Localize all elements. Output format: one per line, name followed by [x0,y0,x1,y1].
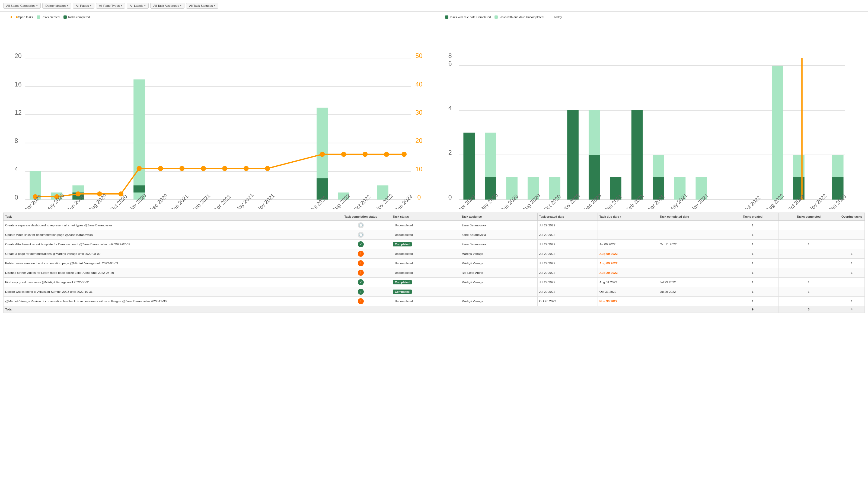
tasks-completed-cell [778,220,839,230]
created-date-cell: Jul 29 2022 [537,230,597,239]
table-row: Create a page for demonstrations @Mārtiņ… [3,249,865,258]
created-date-cell: Jul 29 2022 [537,239,597,249]
task-status-cell: Uncompleted [391,230,460,239]
svg-text:Dec 2020: Dec 2020 [148,193,169,209]
status-badge: Uncompleted [393,252,415,256]
task-status-cell: Completed [391,239,460,249]
task-name: Create a separate dashboard to represent… [3,220,331,230]
overdue-cell [839,278,865,287]
due-date-cell [597,220,658,230]
status-badge: Completed [393,290,412,294]
th-completed-date: Task completed date [658,213,727,220]
task-status-cell: Uncompleted [391,249,460,258]
tasks-completed-cell [778,249,839,258]
chart-due-date: Tasks with due date Completed Tasks with… [437,14,865,210]
assignee-cell: Mārtiņš Vanags [460,249,537,258]
svg-point-40 [320,152,325,157]
tasks-completed-cell [778,296,839,306]
task-name: Discuss further videos for Learn more pa… [3,268,331,278]
completed-date-cell: Jul 29 2022 [658,278,727,287]
svg-text:16: 16 [14,81,22,88]
legend-label: Tasks created [41,15,60,19]
tasks-completed-cell: 1 [778,287,839,296]
tasks-created-cell: 1 [727,230,779,239]
legend-label: Today [554,15,562,19]
svg-rect-23 [133,186,145,193]
alert-icon: ! [358,260,364,266]
status-badge: Uncompleted [393,299,415,303]
due-date-value: Jul 09 2022 [599,242,616,246]
svg-text:6: 6 [448,60,452,67]
legend-due-uncompleted: Tasks with due date Uncompleted [495,15,543,19]
completed-date-cell [658,296,727,306]
filter-demonstration[interactable]: Demonstration ▾ [42,3,71,9]
completed-date-cell [658,268,727,278]
task-name: Update video links for documentation pag… [3,230,331,239]
svg-point-38 [244,166,249,171]
th-assignee: Task assignee [460,213,537,220]
completed-date-cell: Oct 11 2022 [658,239,727,249]
status-badge: Uncompleted [393,270,415,275]
due-date-overdue: Nov 30 2022 [599,300,618,303]
filter-label: All Space Categories [6,4,35,7]
overdue-cell [839,287,865,296]
svg-point-35 [180,166,185,171]
task-name: Decide who is going to Atlassian Summit … [3,287,331,296]
assignee-cell: Mārtiņš Vanags [460,296,537,306]
filter-label: All Task Assignees [153,4,179,7]
svg-text:Nov 2022: Nov 2022 [807,193,828,209]
created-date-cell: Jul 29 2022 [537,258,597,268]
created-date-cell: Jul 29 2022 [537,249,597,258]
table-row: Find very good use-cases @Mārtiņš Vanags… [3,278,865,287]
svg-rect-77 [567,110,579,199]
legend-tasks-completed: Tasks completed [63,15,90,19]
total-tasks-completed: 3 [778,306,839,313]
svg-text:4: 4 [448,105,452,112]
legend-label: Tasks completed [68,15,90,19]
check-icon: ✓ [358,241,364,247]
overdue-cell: 1 [839,258,865,268]
svg-text:Apr 2021: Apr 2021 [212,193,232,209]
svg-text:0: 0 [14,194,18,201]
assignee-cell: Ilze Leite-Apine [460,268,537,278]
total-overdue: 4 [839,306,865,313]
legend-label: Tasks with due date Completed [450,15,491,19]
tasks-table: Task Task completion status Task status … [3,213,865,313]
tasks-completed-cell [778,268,839,278]
filter-labels[interactable]: All Labels ▾ [127,3,149,9]
svg-point-33 [137,166,142,171]
assignee-cell: Zane Baranovska [460,220,537,230]
filter-pages[interactable]: All Pages ▾ [73,3,94,9]
overdue-cell [839,230,865,239]
assignee-cell: Zane Baranovska [460,230,537,239]
filter-page-types[interactable]: All Page Types ▾ [96,3,125,9]
svg-point-43 [384,152,389,157]
filter-task-statuses[interactable]: All Task Statuses ▾ [186,3,218,9]
svg-text:0: 0 [448,194,452,201]
th-due-date[interactable]: Task due date ↑ [597,213,658,220]
status-badge: Completed [393,242,412,247]
th-tasks-completed: Tasks completed [778,213,839,220]
completion-icon-cell: ! [331,296,391,306]
bar-dark-icon [445,15,448,19]
legend-label: Open tasks [18,15,33,19]
task-status-cell: Uncompleted [391,258,460,268]
created-date-cell: Oct 20 2022 [537,296,597,306]
bar-light-icon [37,15,40,19]
chart-tasks-created: Open tasks Tasks created Tasks completed… [3,14,431,210]
status-badge: Uncompleted [393,233,415,237]
svg-rect-83 [653,155,664,177]
clock-icon: 🕐 [358,222,364,228]
filter-task-assignees[interactable]: All Task Assignees ▾ [150,3,184,9]
svg-text:20: 20 [415,137,423,144]
tasks-created-cell: 1 [727,287,779,296]
task-name: @Mārtiņš Vanags Review documentation fee… [3,296,331,306]
filter-label: Demonstration [45,4,66,7]
alert-icon: ! [358,298,364,304]
chevron-icon: ▾ [67,4,68,7]
filter-space-categories[interactable]: All Space Categories ▾ [3,3,41,9]
due-date-value: Aug 31 2022 [599,281,617,284]
chart1-legend: Open tasks Tasks created Tasks completed [3,14,431,20]
tasks-completed-cell: 1 [778,239,839,249]
legend-tasks-created: Tasks created [37,15,60,19]
